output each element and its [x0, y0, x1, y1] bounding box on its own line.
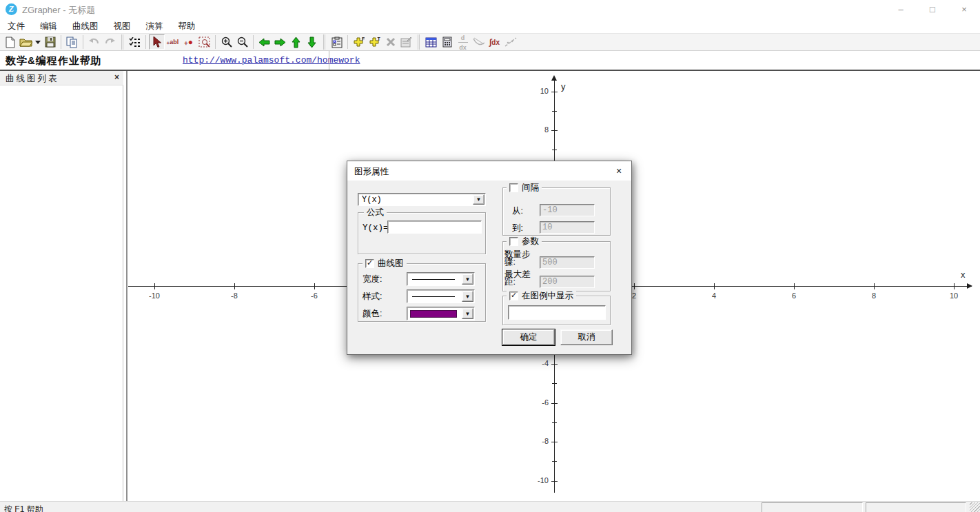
color-swatch — [410, 310, 457, 318]
width-label: 宽度: — [363, 274, 382, 285]
y-tick-label: -4 — [522, 359, 549, 367]
add-table-icon[interactable]: T — [367, 34, 382, 50]
close-button[interactable]: × — [948, 0, 980, 19]
curve-group: 曲线图 宽度: ▼ 样式: ▼ 颜色: ▼ — [358, 263, 486, 322]
x-tick — [234, 283, 235, 289]
chevron-down-icon[interactable]: ▼ — [462, 274, 473, 285]
y-tick — [551, 92, 558, 92]
formula-input[interactable] — [387, 221, 482, 234]
menu-graph[interactable]: 曲线图 — [65, 19, 106, 33]
x-tick — [954, 283, 955, 289]
chevron-down-icon[interactable]: ▼ — [462, 291, 473, 302]
style-label: 样式: — [363, 291, 382, 303]
formula-group: 公式 Y(x)= — [358, 212, 486, 254]
save-icon[interactable] — [42, 34, 58, 50]
interval-to-input — [540, 221, 595, 234]
menu-file[interactable]: 文件 — [0, 19, 32, 33]
point-tool-icon[interactable]: ₊● — [181, 34, 196, 50]
interval-checkbox[interactable] — [509, 183, 518, 192]
x-tick — [634, 283, 635, 289]
list-check-icon[interactable] — [127, 34, 143, 50]
legend-text-input[interactable] — [508, 305, 606, 320]
cursor-icon[interactable] — [149, 34, 165, 50]
open-icon[interactable] — [18, 34, 34, 50]
legend-checkbox[interactable] — [509, 291, 518, 300]
y-minor-tick — [552, 461, 557, 462]
undo-icon — [86, 34, 102, 50]
tangent-icon — [471, 34, 487, 50]
zoom-in-icon[interactable] — [218, 34, 234, 50]
style-select[interactable]: ▼ — [407, 289, 475, 303]
minimize-button[interactable]: – — [885, 0, 917, 19]
zoom-region-icon[interactable] — [196, 34, 212, 50]
calculator-icon[interactable] — [439, 34, 455, 50]
pan-up-icon[interactable] — [288, 34, 304, 50]
cancel-button[interactable]: 取消 — [560, 329, 613, 345]
dialog-title-bar: 图形属性 × — [347, 161, 631, 181]
maximize-button[interactable]: □ — [917, 0, 948, 19]
curve-checkbox[interactable] — [365, 259, 374, 268]
svg-text:F: F — [362, 37, 365, 41]
interval-to-label: 到: — [512, 223, 523, 234]
color-label: 颜色: — [363, 308, 382, 320]
integral-icon[interactable]: ∫dx — [487, 34, 502, 50]
new-icon[interactable] — [2, 34, 18, 50]
add-function-icon[interactable]: F — [351, 34, 367, 50]
banner-separator — [329, 51, 329, 70]
pan-down-icon[interactable] — [304, 34, 320, 50]
app-icon: Z — [6, 3, 17, 15]
width-line-sample — [412, 279, 455, 280]
ok-button[interactable]: 确定 — [502, 329, 555, 345]
color-select[interactable]: ▼ — [407, 307, 475, 320]
banner-title: 数学&编程作业帮助 — [6, 54, 102, 68]
interval-group-label: 间隔 — [522, 182, 539, 194]
resize-grip[interactable] — [970, 502, 980, 512]
y-tick-label: -6 — [522, 398, 549, 407]
zoom-out-icon[interactable] — [234, 34, 250, 50]
value-table-icon[interactable] — [423, 34, 439, 50]
application-window: Z ZGrapher - 无标题 – □ × 文件 编辑 曲线图 视图 演算 帮… — [0, 0, 980, 512]
label-tool-icon[interactable]: ₊abl — [165, 34, 181, 50]
status-pane-1 — [762, 502, 863, 512]
function-type-select[interactable]: Y(x) ▼ — [358, 193, 486, 206]
y-axis-arrow-icon — [551, 75, 557, 81]
max-gap-label: 最大差距: — [504, 271, 540, 286]
steps-input — [540, 256, 595, 269]
dialog-title: 图形属性 — [354, 166, 389, 178]
x-tick — [794, 283, 795, 289]
y-tick-label: -8 — [522, 437, 549, 445]
panel-close-icon[interactable]: × — [114, 72, 119, 82]
x-tick-label: -6 — [303, 291, 326, 300]
y-minor-tick — [552, 422, 557, 423]
y-axis-label: y — [561, 81, 566, 92]
x-tick — [314, 283, 315, 289]
width-select[interactable]: ▼ — [407, 272, 475, 286]
dialog-close-icon[interactable]: × — [606, 161, 631, 181]
chevron-down-icon[interactable]: ▼ — [462, 308, 473, 319]
copy-icon[interactable] — [64, 34, 80, 50]
panel-splitter[interactable] — [126, 71, 127, 501]
banner: 数学&编程作业帮助 http://www.palamsoft.com/homew… — [0, 51, 980, 71]
window-title: ZGrapher - 无标题 — [22, 4, 95, 17]
toolbar: ₊abl ₊● F — [0, 33, 980, 51]
curve-list-icon[interactable] — [329, 34, 345, 50]
pan-left-icon[interactable] — [256, 34, 272, 50]
y-minor-tick — [552, 111, 557, 112]
y-tick — [551, 403, 558, 404]
menu-help[interactable]: 帮助 — [171, 19, 203, 33]
chevron-down-icon[interactable]: ▼ — [473, 194, 484, 205]
redo-icon — [102, 34, 118, 50]
menu-calc[interactable]: 演算 — [139, 19, 171, 33]
title-bar: Z ZGrapher - 无标题 – □ × — [0, 0, 980, 19]
curve-list-panel-title: 曲线图列表 — [6, 73, 59, 85]
homework-link[interactable]: http://www.palamsoft.com/homework — [183, 55, 360, 65]
open-dropdown-icon[interactable] — [34, 34, 42, 50]
parameter-checkbox[interactable] — [509, 237, 518, 246]
x-tick-label: 6 — [782, 291, 806, 300]
parameter-group-label: 参数 — [522, 236, 539, 247]
menu-edit[interactable]: 编辑 — [32, 19, 65, 33]
menu-view[interactable]: 视图 — [106, 19, 139, 33]
pan-right-icon[interactable] — [272, 34, 288, 50]
menu-bar: 文件 编辑 曲线图 视图 演算 帮助 — [0, 19, 980, 33]
curve-list-panel: 曲线图列表 × — [0, 71, 123, 501]
